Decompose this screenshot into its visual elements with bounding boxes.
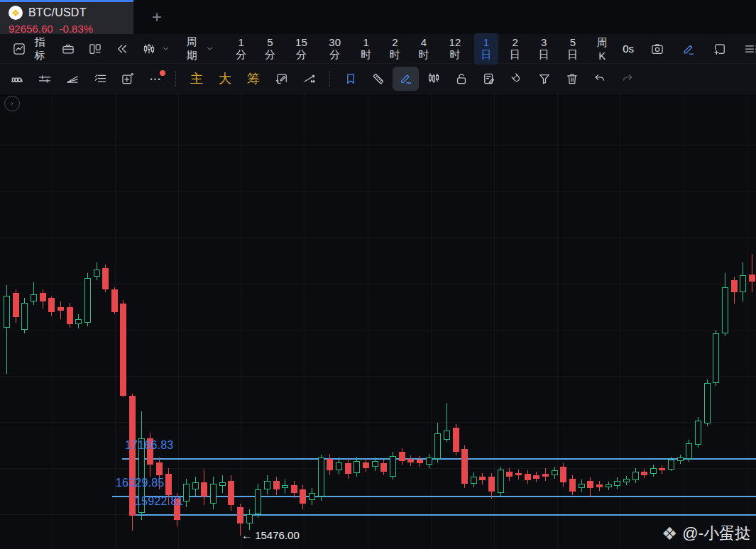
candle-body — [75, 319, 82, 324]
candle-body — [596, 484, 603, 487]
chart-style-select[interactable] — [136, 38, 177, 60]
layout-button[interactable] — [82, 38, 109, 60]
price-annotation[interactable]: ← 15476.00 — [241, 529, 300, 541]
more-tools-button[interactable] — [142, 67, 168, 91]
candle-body — [31, 294, 37, 301]
price-line[interactable] — [112, 496, 756, 497]
bookmark-icon — [344, 72, 358, 86]
delete-drawings-button[interactable] — [559, 67, 585, 91]
timeframe-button-5分[interactable]: 5分 — [258, 33, 283, 65]
magnet-icon — [510, 72, 524, 86]
lock-drawings-button[interactable] — [448, 67, 474, 91]
screenshot-button[interactable] — [644, 38, 671, 60]
add-window-button[interactable] — [706, 38, 733, 60]
draw-brush-button[interactable] — [393, 67, 419, 91]
candle-body — [740, 275, 746, 292]
binance-logo-icon: ❖ — [9, 6, 23, 20]
candle-body — [498, 470, 504, 493]
main-overlay-button[interactable]: 主 — [182, 70, 211, 88]
candlestick-chart[interactable]: ← 15476.00 ❖ @-小蛋挞 17166.8316329.8515922… — [0, 94, 756, 549]
candle-body — [542, 474, 549, 477]
horizontal-gridline — [0, 284, 756, 284]
indicator-icon — [12, 42, 26, 56]
candle-body — [560, 467, 566, 482]
candle-body — [246, 514, 253, 523]
candle-body — [336, 462, 342, 470]
filter-button[interactable] — [531, 67, 557, 91]
fan-lines-button[interactable] — [59, 67, 85, 91]
candle-body — [345, 463, 351, 474]
notes-button[interactable] — [476, 67, 502, 91]
add-drawing-button[interactable] — [114, 67, 141, 91]
horizontal-gridline — [0, 376, 756, 377]
timeframe-button-1分[interactable]: 1分 — [229, 33, 253, 65]
candle-pattern-button[interactable] — [420, 67, 447, 91]
candle-body — [461, 449, 468, 484]
layout-icon — [88, 42, 102, 56]
ruler-button[interactable] — [365, 67, 391, 91]
trend-arrows-icon — [302, 72, 317, 86]
vertical-gridline — [368, 94, 368, 549]
bookmark-button[interactable] — [337, 67, 363, 91]
measure-bars-icon — [10, 72, 24, 86]
chip-overlay-button[interactable]: 筹 — [239, 70, 268, 88]
toolbar-right-group: 0s — [617, 38, 756, 60]
horizontal-gridline — [0, 145, 756, 146]
candle-body — [13, 293, 19, 317]
timeframe-button-周K[interactable]: 周K — [589, 33, 615, 65]
horizontal-gridline — [0, 422, 756, 423]
candle-wick — [752, 254, 752, 292]
candle-body — [632, 472, 639, 480]
candle-body — [434, 433, 441, 459]
timeframe-button-1日[interactable]: 1日 — [474, 33, 499, 65]
timeframe-button-12时[interactable]: 12时 — [440, 33, 469, 65]
parallel-lines-button[interactable] — [31, 67, 57, 91]
tab-bar: ❖ BTC/USDT 92656.60 -0.83% + — [0, 0, 756, 34]
pattern-list-button[interactable] — [87, 67, 113, 91]
replay-back-button[interactable] — [109, 38, 136, 60]
chevron-down-icon — [161, 44, 170, 53]
measure-bars-button[interactable] — [4, 67, 30, 91]
timeframe-button-2时[interactable]: 2时 — [383, 33, 407, 65]
candle-body — [488, 477, 495, 492]
redo-button[interactable] — [614, 67, 640, 91]
undo-button[interactable] — [586, 67, 613, 91]
candle-body — [471, 477, 477, 484]
trend-arrows-button[interactable] — [296, 67, 322, 91]
candle-body — [722, 287, 728, 333]
refresh-drawing-button[interactable] — [268, 67, 295, 91]
vertical-gridline — [52, 94, 53, 549]
template-button[interactable] — [55, 38, 82, 60]
candle-body — [282, 485, 288, 488]
candle-body — [237, 507, 243, 523]
timeframe-button-5日[interactable]: 5日 — [561, 33, 586, 65]
edit-button[interactable] — [675, 38, 702, 60]
symbol-tab[interactable]: ❖ BTC/USDT 92656.60 -0.83% — [0, 0, 133, 34]
large-overlay-button[interactable]: 大 — [211, 70, 239, 88]
timeframe-button-4时[interactable]: 4时 — [412, 33, 437, 65]
timeframe-button-30分[interactable]: 30分 — [320, 33, 349, 65]
timeframe-button-2日[interactable]: 2日 — [503, 33, 527, 65]
timeframe-button-3日[interactable]: 3日 — [532, 33, 557, 65]
price-line[interactable] — [131, 514, 756, 516]
timeframe-button-15分[interactable]: 15分 — [287, 33, 316, 65]
menu-button[interactable] — [738, 38, 756, 60]
candle-body — [426, 458, 432, 465]
candle-body — [372, 461, 378, 467]
camera-icon — [650, 42, 664, 56]
new-tab-button[interactable]: + — [148, 9, 166, 26]
indicators-label: 指标 — [31, 35, 48, 62]
candle-body — [713, 333, 719, 383]
expand-panel-button[interactable] — [4, 96, 20, 111]
period-select[interactable]: 周期 — [177, 38, 221, 60]
candle-body — [623, 479, 630, 482]
briefcase-icon — [61, 42, 75, 56]
vertical-gridline — [178, 94, 179, 549]
timeframe-button-1时[interactable]: 1时 — [354, 33, 378, 65]
horizontal-gridline — [0, 238, 756, 238]
magnet-button[interactable] — [503, 67, 530, 91]
indicators-button[interactable]: 指标 — [6, 38, 55, 60]
chevron-right-icon — [9, 99, 15, 108]
candle-body — [579, 484, 585, 488]
candle-body — [183, 484, 190, 501]
